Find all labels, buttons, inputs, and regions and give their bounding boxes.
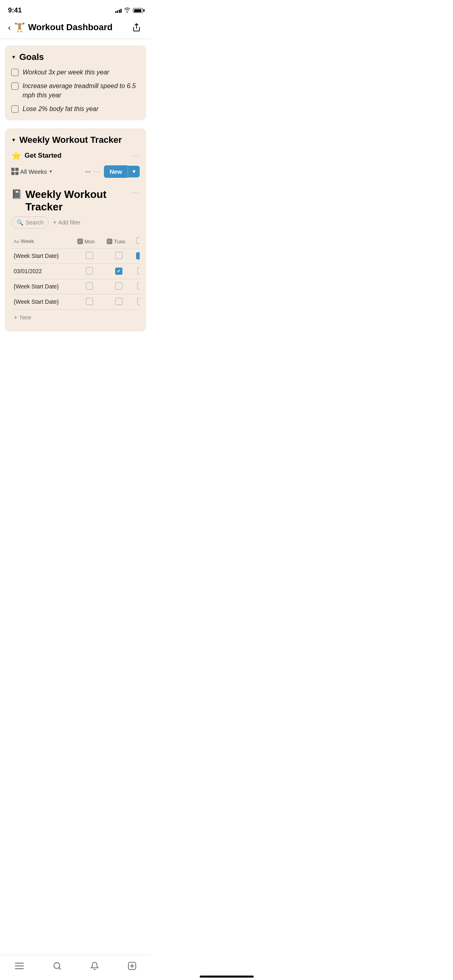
page-title: Workout Dashboard [28, 22, 113, 33]
status-icons [115, 8, 143, 14]
status-bar: 9:41 [0, 0, 151, 18]
cell-tues-3[interactable] [104, 279, 134, 294]
header-left: ‹ 🏋️ Workout Dashboard [8, 22, 113, 33]
goals-section: ▼ Goals Workout 3x per week this year In… [5, 45, 146, 120]
cell-week-4[interactable]: {Week Start Date} [11, 294, 75, 309]
search-label: Search [26, 219, 43, 226]
add-new-label: New [20, 314, 31, 321]
tracker-toolbar: ⭐ Get Started ··· [11, 151, 140, 161]
checkbox-tues-2[interactable]: ✓ [115, 268, 122, 275]
cell-tues-2[interactable]: ✓ [104, 264, 134, 279]
get-started-row: ⭐ Get Started [11, 151, 62, 161]
checkbox-tues-1[interactable] [115, 252, 122, 259]
tracker-table: Aa Week Mon [11, 234, 140, 310]
goal-checkbox-1[interactable] [11, 69, 19, 76]
cell-week-3[interactable]: {Week Start Date} [11, 279, 75, 294]
battery-icon [133, 8, 143, 13]
db-menu-button[interactable]: ··· [131, 188, 140, 197]
goal-item-1: Workout 3x per week this year [11, 68, 140, 77]
goal-text-2: Increase average treadmill speed to 6.5 … [23, 82, 140, 100]
goal-checkbox-2[interactable] [11, 82, 19, 90]
wifi-icon [124, 8, 130, 14]
checkbox-extra-2[interactable] [137, 267, 140, 274]
tracker-section: ▼ Weekly Workout Tracker ⭐ Get Started ·… [5, 128, 146, 331]
goals-title: Goals [19, 52, 44, 62]
checkbox-mon-3[interactable] [86, 282, 93, 290]
checkbox-tues-4[interactable] [115, 298, 122, 305]
goal-checkbox-3[interactable] [11, 105, 19, 113]
check-type-icon-tues [107, 239, 112, 244]
goals-list: Workout 3x per week this year Increase a… [11, 68, 140, 114]
add-filter-button[interactable]: + Add filter [53, 219, 81, 226]
view-menu-button[interactable]: ··· [93, 167, 101, 176]
db-emoji: 📓 [11, 189, 22, 200]
get-started-menu-button[interactable]: ··· [131, 151, 140, 160]
cell-extra-1[interactable] [134, 248, 140, 264]
add-filter-label: Add filter [58, 219, 81, 226]
db-title: Weekly Workout Tracker [25, 188, 131, 213]
table-row: {Week Start Date} [11, 279, 140, 294]
star-icon: ⭐ [11, 151, 21, 161]
cell-week-1[interactable]: {Week Start Date} [11, 248, 75, 264]
checkbox-mon-4[interactable] [86, 298, 93, 305]
cell-tues-4[interactable] [104, 294, 134, 309]
checkbox-tues-3[interactable] [115, 282, 122, 290]
cell-mon-4[interactable] [75, 294, 104, 309]
new-button-group: New ▼ [104, 165, 140, 178]
goals-collapse-triangle[interactable]: ▼ [11, 54, 16, 60]
new-entry-chevron-button[interactable]: ▼ [128, 166, 140, 177]
search-icon: 🔍 [17, 219, 23, 226]
checkbox-extra-3[interactable] [137, 282, 140, 290]
table-row: {Week Start Date} [11, 294, 140, 309]
cell-tues-1[interactable] [104, 248, 134, 264]
goal-item-3: Lose 2% body fat this year [11, 105, 140, 113]
cell-mon-3[interactable] [75, 279, 104, 294]
db-card-header: 📓 Weekly Workout Tracker ··· [11, 183, 140, 216]
main-content: ▼ Goals Workout 3x per week this year In… [0, 39, 151, 386]
cell-week-2[interactable]: 03/01/2022 [11, 264, 75, 279]
get-started-label[interactable]: Get Started [25, 152, 62, 160]
expand-icon[interactable]: ⤢ [83, 167, 93, 176]
col-header-extra [134, 234, 140, 249]
header-emoji: 🏋️ [14, 22, 25, 33]
cell-extra-3[interactable] [134, 279, 140, 294]
cell-extra-2[interactable] [134, 264, 140, 279]
add-new-plus-icon: + [14, 314, 17, 321]
view-label: All Weeks [20, 168, 47, 175]
share-button[interactable] [130, 21, 143, 34]
grid-view-icon [11, 168, 19, 175]
search-bar: 🔍 Search + Add filter [11, 216, 140, 229]
search-pill[interactable]: 🔍 Search [11, 216, 49, 229]
goal-item-2: Increase average treadmill speed to 6.5 … [11, 82, 140, 100]
col-header-mon: Mon [75, 234, 104, 249]
view-chevron-icon: ▼ [48, 169, 53, 174]
new-entry-button[interactable]: New [104, 165, 128, 178]
tracker-table-wrapper: Aa Week Mon [11, 234, 140, 310]
cell-mon-1[interactable] [75, 248, 104, 264]
signal-icon [115, 8, 122, 13]
cell-extra-4[interactable] [134, 294, 140, 309]
view-toolbar-actions: ⤢ ··· New ▼ [85, 165, 140, 178]
add-new-row[interactable]: + New [11, 310, 140, 325]
table-row: {Week Start Date} [11, 248, 140, 264]
add-filter-plus-icon: + [53, 219, 56, 226]
checkbox-mon-2[interactable] [86, 267, 93, 274]
view-selector[interactable]: All Weeks ▼ [11, 168, 53, 175]
goals-header: ▼ Goals [11, 52, 140, 62]
check-type-icon-mon [77, 239, 83, 244]
header: ‹ 🏋️ Workout Dashboard [0, 18, 151, 39]
col-mon-label: Mon [85, 239, 95, 245]
status-time: 9:41 [8, 6, 22, 14]
col-header-tues: Tues [104, 234, 134, 249]
goal-text-3: Lose 2% body fat this year [23, 105, 99, 113]
view-toolbar: All Weeks ▼ ⤢ ··· New ▼ [11, 165, 140, 178]
tracker-collapse-triangle[interactable]: ▼ [11, 137, 16, 143]
back-button[interactable]: ‹ [8, 23, 11, 32]
tracker-section-header: ▼ Weekly Workout Tracker [11, 135, 140, 145]
checkbox-mon-1[interactable] [86, 252, 93, 259]
database-card: 📓 Weekly Workout Tracker ··· 🔍 Search + … [11, 183, 140, 325]
checkbox-extra-4[interactable] [137, 298, 140, 305]
db-title-row: 📓 Weekly Workout Tracker [11, 188, 131, 213]
goal-text-1: Workout 3x per week this year [23, 68, 109, 77]
cell-mon-2[interactable] [75, 264, 104, 279]
